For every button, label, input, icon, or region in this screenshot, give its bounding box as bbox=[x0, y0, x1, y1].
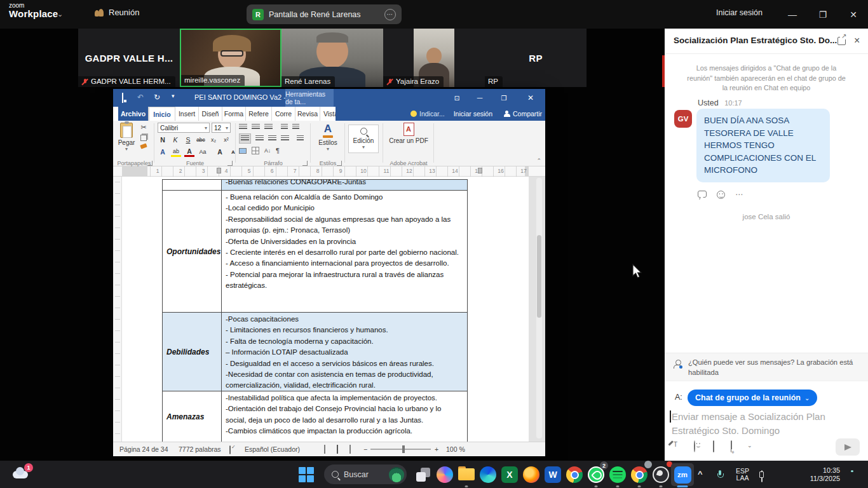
whatsapp-button[interactable]: 2 bbox=[585, 463, 607, 486]
chat-message-bubble[interactable]: BUEN DÍA ANA SOSA TESORERA DE VALLE HERM… bbox=[696, 109, 830, 182]
align-left-button[interactable] bbox=[239, 133, 251, 144]
grow-font-button[interactable]: A bbox=[215, 147, 225, 157]
tab-revisar[interactable]: Revisa bbox=[295, 107, 320, 121]
tab-inicio[interactable]: Inicio bbox=[149, 107, 175, 121]
table-content-cell[interactable]: -Pocas capacitaciones - Limitaciones en … bbox=[222, 313, 467, 391]
align-center-icon[interactable] bbox=[255, 135, 264, 142]
subscript-button[interactable]: x₂ bbox=[208, 135, 219, 145]
multilevel-list-icon[interactable] bbox=[264, 124, 273, 130]
obs-button[interactable] bbox=[649, 463, 672, 486]
zoom-out-button[interactable]: − bbox=[363, 445, 367, 453]
participant-tile[interactable]: Yajaira Erazo bbox=[383, 29, 485, 87]
zoom-slider-track[interactable] bbox=[370, 449, 431, 450]
participant-tile[interactable]: René Larenas bbox=[281, 29, 383, 87]
change-case-button[interactable]: Aa bbox=[198, 147, 208, 157]
tab-correspondencia[interactable]: Corre bbox=[272, 107, 295, 121]
bullets-icon[interactable] bbox=[239, 124, 247, 130]
quick-access-customize-icon[interactable]: ▾ bbox=[172, 93, 175, 99]
tab-diseno[interactable]: Diseñ bbox=[199, 107, 222, 121]
ribbon-display-options-icon[interactable]: ⊡ bbox=[446, 89, 468, 107]
dialog-launcher-icon[interactable] bbox=[147, 161, 153, 166]
start-button[interactable] bbox=[295, 463, 318, 486]
superscript-button[interactable]: x² bbox=[221, 135, 231, 145]
zoom-slider-thumb[interactable] bbox=[402, 445, 405, 453]
horizontal-ruler[interactable]: 1234567891011121314151617 bbox=[113, 166, 545, 177]
table-label-cell[interactable] bbox=[163, 180, 222, 190]
shrink-font-button[interactable]: A bbox=[228, 147, 238, 157]
increase-indent-icon[interactable] bbox=[292, 124, 299, 130]
word-button[interactable]: W bbox=[541, 463, 564, 486]
tellme-button[interactable]: Indicar... bbox=[410, 110, 445, 118]
table-content-cell[interactable]: - Buena relación con Alcaldía de Santo D… bbox=[222, 191, 467, 312]
emoji-react-icon[interactable] bbox=[717, 191, 725, 199]
language-indicator[interactable]: ESP LAA bbox=[736, 468, 749, 482]
more-options-icon[interactable]: ⋯ bbox=[384, 9, 396, 20]
more-icon[interactable]: ⋯ bbox=[735, 191, 743, 199]
chat-close-icon[interactable]: × bbox=[854, 35, 860, 46]
bold-button[interactable]: N bbox=[158, 135, 168, 145]
sort-icon[interactable]: A↓ bbox=[264, 147, 271, 154]
chrome-profile-button[interactable] bbox=[628, 463, 651, 486]
right-indent-marker[interactable] bbox=[478, 168, 482, 173]
table-content-cell[interactable]: -Buenas relaciones CONAGOPARE-Juntas bbox=[222, 180, 467, 190]
message-input[interactable]: Enviar mensaje a Socialización Plan Estr… bbox=[672, 410, 856, 438]
borders-icon[interactable] bbox=[252, 147, 259, 154]
firefox-button[interactable] bbox=[520, 463, 543, 486]
table-row-amenazas[interactable]: Amenazas -Inestabilidad política que afe… bbox=[162, 391, 468, 442]
shading-icon[interactable] bbox=[239, 148, 247, 154]
zoom-level[interactable]: 100 % bbox=[446, 445, 465, 453]
styles-button[interactable]: A Estilos ▾ bbox=[314, 123, 342, 152]
page-indicator[interactable]: Página 24 de 34 bbox=[119, 445, 168, 453]
strikethrough-button[interactable]: abc bbox=[196, 135, 206, 145]
tab-meeting[interactable]: Reunión bbox=[94, 8, 139, 17]
tab-formato[interactable]: Forma bbox=[222, 107, 246, 121]
text-effects-button[interactable]: A bbox=[158, 147, 168, 157]
chevron-down-icon[interactable]: ⌄ bbox=[747, 442, 752, 449]
collapse-ribbon-icon[interactable]: ⌃ bbox=[536, 158, 541, 164]
word-minimize-button[interactable]: ─ bbox=[469, 89, 491, 107]
decrease-indent-icon[interactable] bbox=[281, 124, 288, 130]
table-row-oportunidades[interactable]: Oportunidades - Buena relación con Alcal… bbox=[162, 191, 468, 313]
dialog-launcher-icon[interactable] bbox=[337, 161, 342, 166]
line-spacing-icon[interactable] bbox=[297, 135, 304, 142]
copy-icon[interactable] bbox=[140, 135, 147, 141]
tab-referencias[interactable]: Refere bbox=[246, 107, 272, 121]
word-maximize-button[interactable]: ❐ bbox=[493, 89, 515, 107]
dialog-launcher-icon[interactable] bbox=[227, 161, 233, 166]
font-color-button[interactable]: A bbox=[184, 147, 194, 157]
paste-button[interactable]: Pegar ▾ bbox=[116, 123, 137, 152]
clock[interactable]: 10:35 11/3/2025 bbox=[796, 466, 840, 483]
edge-button[interactable] bbox=[477, 463, 499, 486]
editing-button[interactable]: Edición ▾ bbox=[348, 125, 379, 153]
file-explorer-button[interactable] bbox=[455, 463, 478, 486]
maximize-button[interactable]: ❐ bbox=[808, 0, 837, 29]
vertical-scrollbar[interactable] bbox=[536, 178, 542, 438]
cut-icon[interactable]: ✂ bbox=[140, 123, 146, 132]
table-content-cell[interactable]: -Inestabilidad política que afecta la im… bbox=[222, 391, 467, 442]
word-signin-button[interactable]: Iniciar sesión bbox=[454, 110, 492, 118]
print-layout-icon[interactable] bbox=[337, 445, 338, 453]
language-indicator[interactable]: Español (Ecuador) bbox=[245, 445, 300, 453]
share-button[interactable]: Compartir bbox=[504, 110, 542, 118]
undo-icon[interactable]: ↶ bbox=[137, 93, 144, 102]
word-close-button[interactable]: ✕ bbox=[520, 89, 541, 107]
table-label-cell[interactable]: Oportunidades bbox=[163, 191, 222, 312]
close-button[interactable]: ✕ bbox=[839, 0, 868, 29]
create-pdf-button[interactable]: Crear un PDF bbox=[386, 123, 431, 144]
table-row-partial[interactable]: -Buenas relaciones CONAGOPARE-Juntas bbox=[162, 179, 468, 191]
tray-overflow-chevron[interactable]: ^ bbox=[698, 469, 703, 478]
redo-icon[interactable]: ↻ bbox=[154, 93, 160, 102]
font-size-combobox[interactable]: 12 ▾ bbox=[212, 123, 231, 133]
attach-file-icon[interactable] bbox=[713, 441, 714, 452]
send-button[interactable] bbox=[836, 438, 860, 456]
zoom-in-button[interactable]: + bbox=[435, 445, 438, 453]
format-painter-icon[interactable] bbox=[140, 143, 147, 149]
signin-button[interactable]: Iniciar sesión bbox=[716, 8, 763, 17]
align-right-icon[interactable] bbox=[268, 135, 276, 142]
web-layout-icon[interactable] bbox=[349, 445, 351, 453]
recipient-selector[interactable]: Chat de grupo de la reunión ⌄ bbox=[688, 390, 817, 406]
scrollbar-thumb[interactable] bbox=[537, 235, 541, 318]
taskbar-search[interactable]: Buscar bbox=[324, 464, 407, 484]
active-share-tab[interactable]: R Pantalla de René Larenas ⋯ bbox=[247, 4, 402, 24]
tab-archivo[interactable]: Archivo bbox=[118, 107, 149, 121]
